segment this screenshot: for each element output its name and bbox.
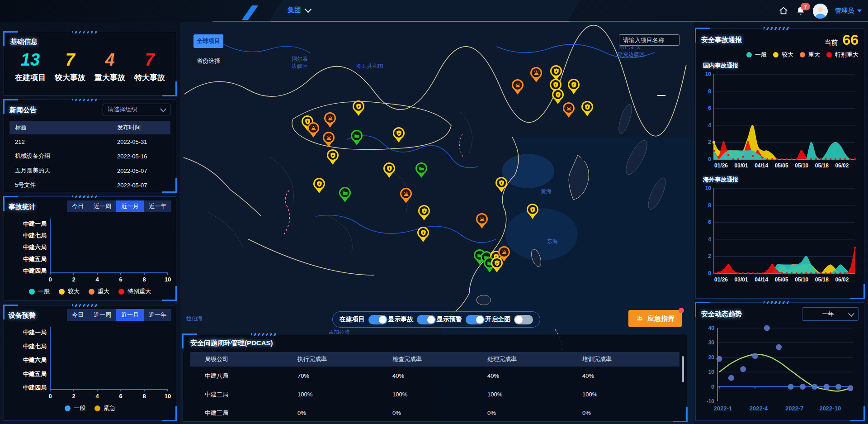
emergency-command-button[interactable]: 应急指挥 <box>628 310 682 327</box>
map-marker-siren[interactable] <box>475 213 489 231</box>
tab-近一周[interactable]: 近一周 <box>89 200 116 212</box>
svg-text:06/02: 06/02 <box>835 276 849 283</box>
map-marker-shield[interactable] <box>312 178 326 196</box>
shield-icon <box>527 204 538 215</box>
toggle-显示事故[interactable] <box>417 315 436 324</box>
svg-text:2: 2 <box>708 253 711 259</box>
tab-近一年[interactable]: 近一年 <box>144 200 171 212</box>
org-selector[interactable]: 集团 <box>288 6 311 14</box>
chevron-down-icon <box>305 6 312 13</box>
tab-今日[interactable]: 今日 <box>67 200 89 212</box>
legend-紧急[interactable]: 紧急 <box>94 404 115 412</box>
tab-近一月[interactable]: 近一月 <box>116 309 144 321</box>
siren-icon <box>530 67 542 79</box>
svg-text:中建四局: 中建四局 <box>23 384 47 391</box>
range-select[interactable]: 一年 <box>802 307 859 321</box>
map-marker-shield[interactable] <box>326 149 340 167</box>
tab-近一年[interactable]: 近一年 <box>144 309 171 321</box>
map-marker-siren[interactable] <box>562 102 576 120</box>
project-search-input[interactable] <box>619 34 679 46</box>
tab-今日[interactable]: 今日 <box>67 309 89 321</box>
map-marker-siren[interactable] <box>511 79 524 97</box>
map-marker-shield[interactable] <box>526 204 539 222</box>
province-select-button[interactable]: 省份选择 <box>193 55 223 67</box>
panel-title: 安全事故通报 <box>701 36 742 44</box>
svg-text:4: 4 <box>95 276 99 283</box>
svg-text:0: 0 <box>48 276 52 283</box>
legend-一般[interactable]: 一般 <box>65 404 85 412</box>
stat-label: 特大事故 <box>134 72 165 83</box>
svg-text:中建五局: 中建五局 <box>23 371 47 377</box>
scrollbar-thumb[interactable] <box>682 356 684 382</box>
legend-较大[interactable]: 较大 <box>59 287 80 295</box>
map-marker-siren[interactable] <box>399 188 413 206</box>
pdcas-row[interactable]: 中建二局100%100%100%100% <box>190 385 679 404</box>
toggle-在建项目[interactable] <box>368 315 387 324</box>
alarm-icon <box>636 314 644 323</box>
map-marker-shield[interactable] <box>567 79 580 97</box>
shield-icon <box>313 178 325 190</box>
legend-一般[interactable]: 一般 <box>29 287 50 295</box>
legend-特别重大[interactable]: 特别重大 <box>826 51 859 59</box>
alert-dot <box>679 308 684 313</box>
map-marker-siren[interactable] <box>322 132 335 150</box>
svg-text:05/18: 05/18 <box>815 276 829 283</box>
toggle-显示预警[interactable] <box>466 315 485 324</box>
legend-重大[interactable]: 重大 <box>800 51 820 59</box>
map-marker-shield[interactable] <box>580 101 594 119</box>
toggle-label: 显示预警 <box>437 315 462 324</box>
tab-近一月[interactable]: 近一月 <box>116 200 144 212</box>
svg-text:03/01: 03/01 <box>735 276 748 283</box>
map-marker-siren[interactable] <box>323 112 337 130</box>
legend-一般[interactable]: 一般 <box>746 51 767 59</box>
news-row[interactable]: 机械设备介绍2022-05-16 <box>9 149 170 163</box>
siren-icon <box>498 246 510 258</box>
news-row[interactable]: 2122022-05-31 <box>9 134 170 149</box>
panel-title: 安全动态趋势 <box>701 310 742 319</box>
legend-重大[interactable]: 重大 <box>89 287 109 295</box>
map-layer-toggle-bar: 在建项目显示事故显示预警开启全图 <box>332 311 540 328</box>
svg-text:中建七局: 中建七局 <box>23 343 47 350</box>
zoom-out-control[interactable]: — <box>657 91 665 100</box>
svg-text:2022-10: 2022-10 <box>819 405 841 412</box>
header-band <box>269 0 581 21</box>
legend-特别重大[interactable]: 特别重大 <box>118 287 151 295</box>
svg-text:30: 30 <box>708 339 715 346</box>
notifications-bell-icon[interactable]: 7 <box>796 6 806 16</box>
svg-text:10: 10 <box>705 185 712 191</box>
map-marker-shield[interactable] <box>352 100 365 119</box>
stat-label: 在建项目 <box>15 72 46 83</box>
org-filter-select[interactable]: 请选择组织 <box>103 104 170 115</box>
map-marker-folder[interactable] <box>415 162 428 181</box>
chevron-down-icon <box>160 105 166 112</box>
news-row[interactable]: 5号文件2022-05-07 <box>9 178 170 192</box>
home-icon[interactable] <box>778 6 788 16</box>
map-marker-shield[interactable] <box>490 257 504 275</box>
map-marker-folder[interactable] <box>350 130 363 148</box>
pdcas-row[interactable]: 中建八局70%40%40%40% <box>190 367 679 385</box>
map-marker-siren[interactable] <box>529 67 543 85</box>
map-marker-shield[interactable] <box>495 177 508 195</box>
toggle-开启全图[interactable] <box>514 315 533 324</box>
map-marker-folder[interactable] <box>338 187 352 205</box>
map-marker-shield[interactable] <box>382 162 396 181</box>
map-marker-shield[interactable] <box>417 205 431 223</box>
svg-text:中建一局: 中建一局 <box>23 220 47 227</box>
shield-icon <box>568 79 580 91</box>
tab-近一周[interactable]: 近一周 <box>89 309 116 321</box>
news-row[interactable]: 五月最美的天2022-05-07 <box>9 163 170 178</box>
pdcas-row[interactable]: 中建三局0%0%0%0% <box>190 404 679 422</box>
shield-icon <box>550 65 562 77</box>
map-marker-shield[interactable] <box>392 127 406 145</box>
legend-较大[interactable]: 较大 <box>773 51 793 59</box>
shield-icon <box>327 149 339 161</box>
admin-menu[interactable]: 管理员 <box>835 7 862 15</box>
map-marker-siren[interactable] <box>307 122 320 140</box>
panel-title: 安全问题闭环管理(PDCAS) <box>190 339 679 348</box>
global-projects-button[interactable]: 全球项目 <box>193 34 223 48</box>
avatar[interactable] <box>813 4 828 19</box>
map-marker-shield[interactable] <box>416 227 430 245</box>
org-label: 集团 <box>288 6 301 14</box>
stat-value: 4 <box>94 51 125 69</box>
siren-icon <box>400 188 412 200</box>
